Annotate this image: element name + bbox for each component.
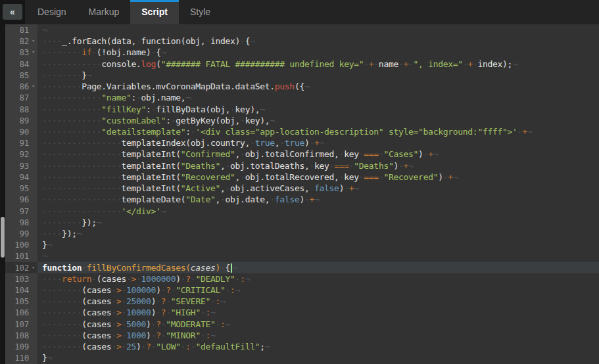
code-line[interactable]: 94················templateInt("Recovered… — [5, 171, 599, 183]
line-number: 93 — [5, 160, 29, 171]
gutter-cell: 92 — [5, 148, 37, 160]
code-line[interactable]: 84············console.log("####### FATAL… — [5, 58, 599, 70]
code-line[interactable]: 98········});¬ — [5, 217, 599, 228]
code-line[interactable]: 110}¬ — [5, 352, 599, 363]
code-line[interactable]: 105········(cases·>·25000)·?·"SEVERE"·:¬ — [5, 296, 599, 307]
collapse-panel-button[interactable]: « — [3, 4, 22, 20]
tab-design[interactable]: Design — [26, 0, 78, 24]
gutter-cell: 87 — [5, 92, 37, 103]
line-number: 82 — [5, 35, 29, 47]
code-line[interactable]: 88············"fillKey":·fillByData(obj,… — [5, 104, 599, 115]
editor-tab-bar: « Design Markup Script Style — [0, 0, 599, 24]
code-line[interactable]: 97················'</div>'¬ — [5, 206, 599, 217]
fold-caret-icon[interactable]: ▾ — [29, 81, 37, 92]
eol-marker: ¬ — [47, 240, 53, 250]
code-line[interactable]: 82▾····_.forEach(data,·function(obj,·ind… — [5, 35, 599, 47]
line-number: 107 — [5, 319, 29, 330]
fold-spacer — [29, 126, 37, 137]
code-text: }¬ — [37, 352, 599, 363]
fold-caret-icon[interactable]: ▾ — [29, 35, 37, 47]
code-line[interactable]: 106········(cases·>·10000)·?·"HIGH"·:¬ — [5, 307, 599, 318]
fold-caret-icon[interactable]: ▾ — [29, 262, 37, 273]
fold-spacer — [29, 171, 37, 183]
code-line[interactable]: 99····});¬ — [5, 228, 599, 239]
code-line[interactable]: 89············"customLabel":·getByKey(ob… — [5, 115, 599, 126]
eol-marker: ¬ — [250, 36, 255, 46]
gutter-cell: 97 — [5, 206, 37, 217]
gutter-cell: 91 — [5, 137, 37, 148]
fold-spacer — [29, 183, 37, 194]
code-line[interactable]: 96················templateDate("Date",·o… — [5, 194, 599, 205]
line-number: 100 — [5, 239, 29, 250]
code-line[interactable]: 86▾········Page.Variables.mvCoronaMapDat… — [5, 81, 599, 92]
code-line[interactable]: 108········(cases·>·1000)·?·"MINOR"·:¬ — [5, 330, 599, 341]
code-line[interactable]: 103····return·(cases·>·1000000)·?·"DEADL… — [5, 273, 599, 284]
code-text: ········(cases·>·25)·?·"LOW"·:·"defaultF… — [37, 341, 599, 352]
tab-script[interactable]: Script — [130, 0, 179, 24]
code-line[interactable]: 87············"name":·obj.name,¬ — [5, 92, 599, 103]
tab-markup[interactable]: Markup — [78, 0, 131, 24]
code-text: ················templateDate("Date",·obj… — [37, 194, 599, 205]
gutter-cell: 89 — [5, 115, 37, 126]
left-scrollbar-track[interactable] — [0, 24, 5, 364]
line-number: 85 — [5, 70, 29, 81]
code-text: ········Page.Variables.mvCoronaMapData.d… — [37, 81, 599, 92]
code-line[interactable]: 92················templateInt("Confirmed… — [5, 148, 599, 160]
fold-caret-icon[interactable]: ▾ — [29, 47, 37, 58]
code-line[interactable]: 95················templateInt("Active",·… — [5, 183, 599, 194]
eol-marker: ¬ — [265, 342, 270, 352]
eol-marker: ¬ — [87, 70, 92, 80]
code-line[interactable]: 81¬ — [5, 24, 599, 35]
code-line[interactable]: 85········}¬ — [5, 70, 599, 81]
line-number: 105 — [5, 296, 29, 307]
scrollbar-thumb[interactable] — [1, 217, 5, 258]
eol-marker: ¬ — [42, 251, 47, 261]
gutter-cell: 86▾ — [5, 81, 37, 92]
gutter-cell: 99 — [5, 228, 37, 239]
line-number: 87 — [5, 92, 29, 103]
code-line[interactable]: 100}¬ — [5, 239, 599, 250]
code-line[interactable]: 101¬ — [5, 250, 599, 262]
code-line[interactable]: 104········(cases·>·100000)·?·"CRITICAL"… — [5, 284, 599, 296]
code-text: ················templateIndex(obj.countr… — [37, 137, 599, 148]
code-text: ················templateInt("Recovered",… — [37, 171, 599, 183]
code-line[interactable]: 102▾function·fillByConfirmedCases(cases)… — [5, 262, 599, 273]
eol-marker: ¬ — [408, 161, 414, 171]
eol-marker: ¬ — [304, 81, 310, 91]
code-editor[interactable]: 81¬82▾····_.forEach(data,·function(obj,·… — [5, 24, 599, 364]
eol-marker: ¬ — [320, 138, 325, 148]
fold-spacer — [29, 319, 37, 330]
eol-marker: ¬ — [185, 93, 191, 102]
line-number: 101 — [5, 250, 29, 262]
line-number: 86 — [5, 81, 29, 92]
line-number: 90 — [5, 126, 29, 137]
code-text: ········if·(!obj.name)·{¬ — [37, 47, 599, 58]
code-text: ········(cases·>·5000)·?·"MODERATE"·:¬ — [37, 319, 599, 330]
code-text: ············console.log("####### FATAL #… — [37, 58, 599, 70]
code-line[interactable]: 90············"detailstemplate":·'<div c… — [5, 126, 599, 137]
gutter-cell: 85 — [5, 70, 37, 81]
fold-spacer — [29, 24, 37, 35]
gutter-cell: 83▾ — [5, 47, 37, 58]
eol-marker: ¬ — [453, 172, 458, 182]
fold-spacer — [29, 239, 37, 250]
eol-marker: ¬ — [210, 307, 216, 317]
code-text: ················templateInt("Active",·ob… — [37, 183, 599, 194]
eol-marker: ¬ — [512, 59, 517, 69]
code-text: ············"detailstemplate":·'<div cla… — [37, 126, 599, 137]
code-line[interactable]: 83▾········if·(!obj.name)·{¬ — [5, 47, 599, 58]
gutter-cell: 95 — [5, 183, 37, 194]
fold-spacer — [29, 330, 37, 341]
code-line[interactable]: 109········(cases·>·25)·?·"LOW"·:·"defau… — [5, 341, 599, 352]
code-line[interactable]: 107········(cases·>·5000)·?·"MODERATE"·:… — [5, 319, 599, 330]
code-line[interactable]: 93················templateInt("Deaths",·… — [5, 160, 599, 171]
tab-style[interactable]: Style — [179, 0, 222, 24]
code-text: ¬ — [37, 24, 599, 35]
fold-spacer — [29, 194, 37, 205]
gutter-cell: 106 — [5, 307, 37, 318]
code-line[interactable]: 91················templateIndex(obj.coun… — [5, 137, 599, 148]
code-text: ················templateInt("Deaths",·ob… — [37, 160, 599, 171]
line-number: 84 — [5, 58, 29, 70]
tab-strip: Design Markup Script Style — [26, 0, 222, 24]
code-text: ············"customLabel":·getByKey(obj,… — [37, 115, 599, 126]
